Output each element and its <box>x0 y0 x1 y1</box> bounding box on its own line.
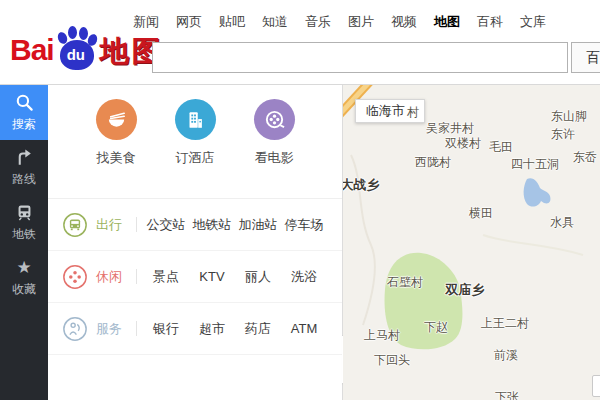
sidebar-item-favorites[interactable]: ★收藏 <box>0 250 48 305</box>
map-label: 东山脚 <box>551 108 587 125</box>
map-label: 四十五洞 <box>511 156 559 173</box>
baidu-maps-page: Bai du 地图 新闻网页贴吧知道音乐图片视频地图百科文库 百度一下 搜索路线… <box>0 0 600 400</box>
divider <box>136 269 137 284</box>
search-input[interactable] <box>152 42 568 73</box>
search-bar: 百度一下 <box>152 42 600 73</box>
map-label: 横田 <box>469 205 493 222</box>
nav-link-zhidao[interactable]: 知道 <box>262 13 288 31</box>
category-item[interactable]: ATM <box>281 321 327 336</box>
nav-link-wenku[interactable]: 文库 <box>520 13 546 31</box>
category-row-service: 服务银行超市药店ATM <box>48 303 342 355</box>
category-label-leisure[interactable]: 休闲 <box>96 268 128 286</box>
category-label-service[interactable]: 服务 <box>96 320 128 338</box>
category-item[interactable]: KTV <box>189 269 235 284</box>
map-label: 上王二村 <box>481 315 529 332</box>
subway-icon <box>14 203 34 223</box>
category-item[interactable]: 药店 <box>235 320 281 338</box>
service-icon <box>62 316 88 342</box>
map-label: 下张 <box>495 389 519 400</box>
divider <box>136 321 137 336</box>
leisure-icon <box>62 264 88 290</box>
map-canvas[interactable]: 临海市 ▾ 村吴家井村双楼村毛田西陇村东山脚东许四十五洞东岙大战乡横田水具石壁村… <box>343 85 600 400</box>
category-item[interactable]: 洗浴 <box>281 268 327 286</box>
logo-bai-text: Bai <box>10 28 54 72</box>
map-label: 双庙乡 <box>446 281 485 299</box>
nav-link-baike[interactable]: 百科 <box>477 13 503 31</box>
sidebar-item-label: 路线 <box>12 171 36 188</box>
sidebar-item-search[interactable]: 搜索 <box>0 85 48 140</box>
city-selector-label: 临海市 <box>366 102 405 120</box>
shortcut-label: 看电影 <box>255 149 294 167</box>
map-control-partial[interactable] <box>592 375 600 397</box>
search-icon <box>14 93 34 113</box>
divider <box>136 217 137 232</box>
category-item[interactable]: 景点 <box>143 268 189 286</box>
map-label: 双楼村 <box>445 135 481 152</box>
map-label: 下回头 <box>374 352 410 369</box>
sidebar-item-label: 搜索 <box>12 116 36 133</box>
map-label: 东许 <box>551 126 575 143</box>
sidebar-item-label: 地铁 <box>12 226 36 243</box>
category-item[interactable]: 地铁站 <box>189 216 235 234</box>
category-row-travel: 出行公交站地铁站加油站停车场 <box>48 199 342 251</box>
category-rows: 出行公交站地铁站加油站停车场休闲景点KTV丽人洗浴服务银行超市药店ATM <box>48 199 342 355</box>
category-item[interactable]: 银行 <box>143 320 189 338</box>
map-label: 上马村 <box>364 327 400 344</box>
category-item[interactable]: 停车场 <box>281 216 327 234</box>
map-label: 前溪 <box>494 347 518 364</box>
shortcut-watch-movie[interactable]: 看电影 <box>248 99 300 198</box>
hotel-icon <box>175 99 216 140</box>
nav-link-map[interactable]: 地图 <box>434 13 460 31</box>
shortcut-label: 找美食 <box>97 149 136 167</box>
category-row-leisure: 休闲景点KTV丽人洗浴 <box>48 251 342 303</box>
shortcuts: 找美食订酒店看电影 <box>48 85 342 199</box>
category-item[interactable]: 公交站 <box>143 216 189 234</box>
map-label: 东岙 <box>573 149 597 166</box>
category-item[interactable]: 丽人 <box>235 268 281 286</box>
baidu-maps-logo[interactable]: Bai du 地图 <box>10 26 164 72</box>
sidebar-item-label: 收藏 <box>12 281 36 298</box>
map-label: 村 <box>407 104 419 121</box>
map-label: 大战乡 <box>343 176 380 194</box>
sidebar-item-subway[interactable]: 地铁 <box>0 195 48 250</box>
route-icon <box>14 148 34 168</box>
nav-link-video[interactable]: 视频 <box>391 13 417 31</box>
sidebar-item-routes[interactable]: 路线 <box>0 140 48 195</box>
top-nav: 新闻网页贴吧知道音乐图片视频地图百科文库 <box>133 13 546 31</box>
shortcut-label: 订酒店 <box>176 149 215 167</box>
search-panel: 找美食订酒店看电影 出行公交站地铁站加油站停车场休闲景点KTV丽人洗浴服务银行超… <box>48 85 343 400</box>
category-item[interactable]: 超市 <box>189 320 235 338</box>
header: Bai du 地图 新闻网页贴吧知道音乐图片视频地图百科文库 百度一下 <box>0 0 600 85</box>
sidebar: 搜索路线地铁★收藏 <box>0 85 48 400</box>
nav-link-music[interactable]: 音乐 <box>305 13 331 31</box>
category-label-travel[interactable]: 出行 <box>96 216 128 234</box>
baidu-paw-icon: du <box>55 26 99 72</box>
map-label: 西陇村 <box>415 154 451 171</box>
nav-link-web[interactable]: 网页 <box>176 13 202 31</box>
star-icon: ★ <box>14 258 34 278</box>
map-label: 毛田 <box>489 139 513 156</box>
movie-icon <box>254 99 295 140</box>
lake-area <box>524 178 551 206</box>
map-label: 水具 <box>550 214 574 231</box>
logo-du-text: du <box>67 46 85 63</box>
food-icon <box>96 99 137 140</box>
category-item[interactable]: 加油站 <box>235 216 281 234</box>
travel-icon <box>62 212 88 238</box>
nav-link-news[interactable]: 新闻 <box>133 13 159 31</box>
shortcut-find-food[interactable]: 找美食 <box>90 99 142 198</box>
shortcut-book-hotel[interactable]: 订酒店 <box>169 99 221 198</box>
nav-link-tieba[interactable]: 贴吧 <box>219 13 245 31</box>
map-label: 石壁村 <box>387 274 423 291</box>
map-label: 下赵 <box>424 319 448 336</box>
search-button[interactable]: 百度一下 <box>571 42 600 73</box>
nav-link-images[interactable]: 图片 <box>348 13 374 31</box>
